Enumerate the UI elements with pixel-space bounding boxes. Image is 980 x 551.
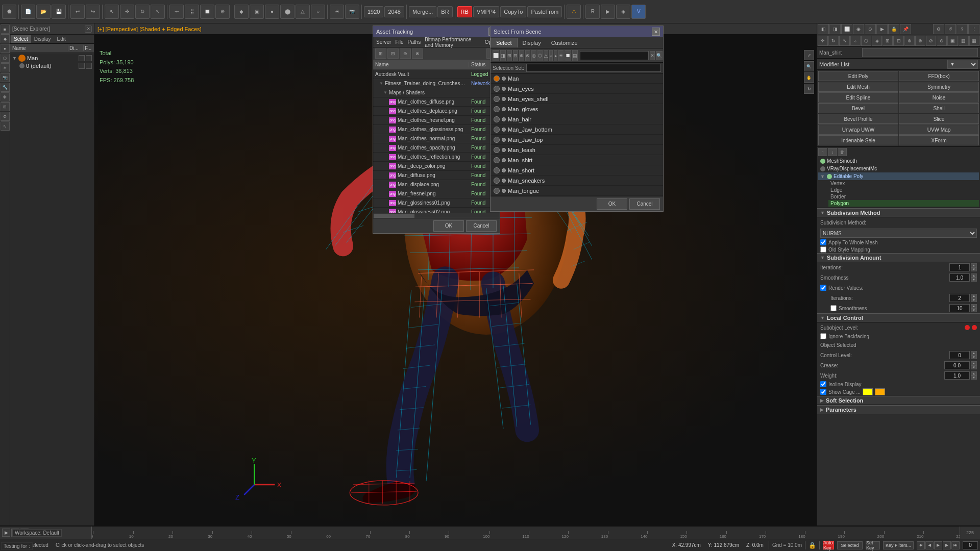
pb-next[interactable]: ▶ [943,541,951,549]
side-icon-3[interactable]: ● [1,44,10,53]
stack-down-btn[interactable]: ↓ [828,148,837,156]
copyto-btn[interactable]: CopyTo [500,6,526,17]
r5-btn[interactable]: ⊟ [893,36,903,46]
r4-btn[interactable]: ⊞ [883,36,893,46]
side-icon-11[interactable]: ∿ [1,121,10,131]
align-btn[interactable]: ⣿ [185,5,199,19]
cage-color-2[interactable] [875,388,885,395]
asset-row-10[interactable]: pngMan_deep_color.pngFound [373,162,500,171]
sphere-btn[interactable]: ● [265,5,279,19]
uvw-map-btn[interactable]: UVW Map [899,124,979,135]
asset-menu-file[interactable]: File [395,39,403,45]
sel-tb-9[interactable]: △ [544,50,548,61]
select-ok-btn[interactable]: OK [597,198,627,210]
shading-btn[interactable]: ◨ [829,24,841,34]
xform-btn[interactable]: XForm [899,135,979,145]
tab-select-display[interactable]: Display [518,38,546,47]
sel-tb-12[interactable]: ☀ [558,50,564,61]
lock-status-icon[interactable]: 🔒 [808,542,816,549]
iter-down-arrow[interactable]: ▼ [971,267,977,271]
cage-color-1[interactable] [863,388,873,395]
sel-set-input[interactable] [526,64,661,72]
asset-menu-server[interactable]: Server [376,39,391,45]
asset-row-15[interactable]: pngMan_glossiness02.pngFound [373,208,500,213]
create-btn[interactable]: ◆ [234,5,249,19]
move-btn[interactable]: ✛ [120,5,134,19]
scale-small-btn[interactable]: ⤡ [839,36,849,46]
asset-tb-3[interactable]: ⊕ [400,48,411,59]
soft-selection-header[interactable]: ▶ Soft Selection [817,396,980,405]
torus-btn[interactable]: ○ [311,5,325,19]
rs-up[interactable]: ▲ [971,304,977,308]
ri-down[interactable]: ▼ [971,298,977,302]
sel-tb-7[interactable]: ◎ [531,50,536,61]
asset-menu-bitmap[interactable]: Bitmap Performance and Memory [425,37,481,48]
app-logo-btn[interactable]: ⬟ [2,5,16,19]
open-btn[interactable]: 📂 [36,5,51,19]
sel-tb-4[interactable]: ⊟ [513,50,518,61]
select-search-btn[interactable]: ✕ [650,51,655,60]
timeline-ruler[interactable]: 0102030405060708090100110120130140150160… [92,527,960,539]
r6-btn[interactable]: ⊕ [904,36,915,46]
zoom-btn[interactable]: 🔍 [804,61,814,71]
bevel-profile-btn[interactable]: Bevel Profile [818,114,898,124]
asset-row-3[interactable]: pngMan_clothes_diffuse.pngFound [373,97,500,107]
select-item-10[interactable]: Man_sneakers [491,176,663,186]
merge-btn[interactable]: Merge... [409,6,436,17]
selection-set-input[interactable] [862,48,978,57]
render-btn[interactable]: ▶ [601,5,615,19]
wire-btn[interactable]: ⬜ [841,24,852,34]
side-icon-2[interactable]: ◆ [1,34,10,43]
side-icon-10[interactable]: ⚙ [1,112,10,121]
br-btn[interactable]: BR [437,6,452,17]
asset-row-12[interactable]: pngMan_displace.pngFound [373,180,500,189]
sel-tb-14[interactable]: ▤ [572,50,578,61]
asset-row-6[interactable]: pngMan_clothes_glossiness.pngFound [373,125,500,134]
side-icon-6[interactable]: 📷 [1,73,10,82]
render-small-btn[interactable]: ▶ [876,24,888,34]
asset-tracking-dialog[interactable]: Asset Tracking ✕ Server File Paths Bitma… [373,26,500,234]
asset-tb-2[interactable]: ⊟ [387,48,399,59]
local-control-header[interactable]: ▼ Local Control [817,313,980,322]
redo-btn[interactable]: ↪ [86,5,100,19]
set-key-btn[interactable]: Set Key [866,541,880,549]
current-frame-input[interactable] [963,541,978,549]
man-freeze-icon[interactable] [86,55,92,61]
stack-item-vray[interactable]: VRayDisplacementMc [818,165,979,172]
render-values-checkbox[interactable] [820,285,826,291]
scale-btn[interactable]: ⤡ [151,5,165,19]
asset-row-8[interactable]: pngMan_clothes_opacity.pngFound [373,143,500,153]
smooth-up-arrow[interactable]: ▲ [971,273,977,278]
select-item-8[interactable]: Man_shirt [491,155,663,165]
r3-btn[interactable]: ◈ [872,36,882,46]
ri-up[interactable]: ▲ [971,294,977,298]
edit-mesh-btn[interactable]: Edit Mesh [818,82,898,92]
asset-tracking-title-bar[interactable]: Asset Tracking ✕ [373,26,500,37]
sub-polygon[interactable]: Polygon [828,200,979,207]
select-item-0[interactable]: Man [491,73,663,84]
side-icon-8[interactable]: ✤ [1,92,10,102]
show-cage-checkbox[interactable] [820,389,826,395]
select-close-btn[interactable]: ✕ [652,28,660,36]
sub-vertex[interactable]: Vertex [828,180,979,187]
select-cancel-btn[interactable]: Cancel [629,198,660,210]
smoothness-input[interactable] [949,273,970,282]
pb-end[interactable]: ⏭ [951,541,960,549]
undo-btn[interactable]: ↩ [70,5,85,19]
default-freeze-icon[interactable] [86,63,92,69]
slice-btn[interactable]: Slice [899,114,979,124]
select-item-1[interactable]: Man_eyes [491,84,663,94]
side-icon-7[interactable]: 🔧 [1,83,10,92]
smooth-down-arrow[interactable]: ▼ [971,278,977,282]
scene-panel-close[interactable]: ✕ [85,26,92,33]
shell-btn[interactable]: Shell [899,103,979,113]
asset-cancel-btn[interactable]: Cancel [466,220,497,232]
snap-btn[interactable]: 🔲 [200,5,214,19]
play-btn[interactable]: ▶ [2,529,10,537]
isolate-btn[interactable]: ⊙ [865,24,876,34]
viewport-label[interactable]: [+] [Perspective] [Shaded + Edged Faces] [97,26,202,32]
crease-input[interactable] [944,361,970,369]
render-smooth-input[interactable] [949,304,970,312]
rb-btn[interactable]: RB [457,6,472,17]
subdiv-amount-header[interactable]: ▼ Subdivision Amount [817,253,980,262]
